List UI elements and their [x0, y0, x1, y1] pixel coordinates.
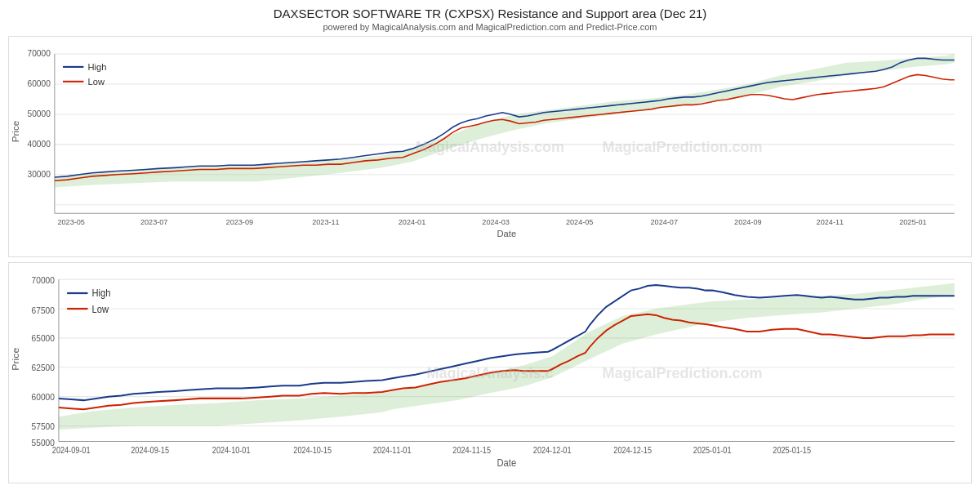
svg-text:Price: Price — [11, 121, 20, 142]
svg-text:2024-12-15: 2024-12-15 — [613, 446, 652, 456]
svg-text:2024-11-01: 2024-11-01 — [373, 446, 412, 456]
svg-text:2024-09-15: 2024-09-15 — [131, 446, 169, 456]
svg-text:2024-10-15: 2024-10-15 — [293, 446, 332, 456]
svg-text:Low: Low — [92, 303, 109, 314]
svg-text:2024-10-01: 2024-10-01 — [212, 446, 251, 456]
svg-text:2025-01: 2025-01 — [899, 218, 926, 226]
svg-text:2024-11: 2024-11 — [817, 218, 844, 226]
svg-text:70000: 70000 — [28, 49, 51, 58]
svg-text:60000: 60000 — [32, 392, 55, 403]
svg-text:2023-09: 2023-09 — [226, 218, 253, 226]
chart1-svg: 70000 60000 50000 40000 30000 Price 2023… — [9, 37, 971, 256]
svg-text:2024-09-01: 2024-09-01 — [52, 446, 91, 456]
svg-text:2024-11-15: 2024-11-15 — [452, 446, 491, 456]
svg-text:2023-07: 2023-07 — [140, 218, 167, 226]
svg-text:55000: 55000 — [32, 438, 55, 448]
svg-text:40000: 40000 — [28, 140, 51, 149]
svg-text:Low: Low — [87, 77, 105, 87]
svg-text:2024-05: 2024-05 — [566, 218, 593, 226]
svg-text:2024-07: 2024-07 — [651, 218, 678, 226]
svg-text:Price: Price — [11, 347, 20, 371]
chart2-svg: 70000 67500 65000 62500 60000 57500 5500… — [9, 263, 971, 483]
charts-container: MagicalAnalysis.com MagicalPrediction.co… — [0, 33, 980, 490]
header: DAXSECTOR SOFTWARE TR (CXPSX) Resistance… — [0, 0, 980, 33]
chart2-wrapper: MagicalAnalysis.c MagicalPrediction.com … — [8, 262, 972, 483]
svg-text:57500: 57500 — [32, 421, 55, 432]
svg-text:2023-11: 2023-11 — [312, 218, 339, 226]
chart1-wrapper: MagicalAnalysis.com MagicalPrediction.co… — [8, 36, 972, 257]
svg-text:2024-12-01: 2024-12-01 — [533, 446, 572, 456]
svg-text:2024-09: 2024-09 — [734, 218, 761, 226]
svg-marker-26 — [55, 54, 955, 188]
svg-text:65000: 65000 — [32, 333, 55, 344]
svg-text:2025-01-15: 2025-01-15 — [773, 446, 811, 456]
svg-text:2023-05: 2023-05 — [57, 218, 84, 226]
svg-text:70000: 70000 — [32, 274, 55, 285]
svg-text:2024-03: 2024-03 — [482, 218, 509, 226]
svg-text:Date: Date — [497, 457, 517, 468]
svg-text:60000: 60000 — [28, 79, 51, 88]
page-subtitle: powered by MagicalAnalysis.com and Magic… — [0, 22, 980, 32]
svg-text:2025-01-01: 2025-01-01 — [693, 446, 732, 456]
svg-text:50000: 50000 — [28, 109, 51, 118]
svg-text:30000: 30000 — [28, 170, 51, 179]
page-container: DAXSECTOR SOFTWARE TR (CXPSX) Resistance… — [0, 0, 980, 490]
svg-text:High: High — [92, 287, 111, 299]
svg-text:Date: Date — [497, 229, 517, 238]
svg-text:2024-01: 2024-01 — [399, 218, 425, 226]
svg-text:62500: 62500 — [32, 363, 55, 373]
svg-text:67500: 67500 — [32, 305, 55, 315]
page-title: DAXSECTOR SOFTWARE TR (CXPSX) Resistance… — [0, 7, 980, 20]
svg-text:High: High — [87, 62, 106, 72]
